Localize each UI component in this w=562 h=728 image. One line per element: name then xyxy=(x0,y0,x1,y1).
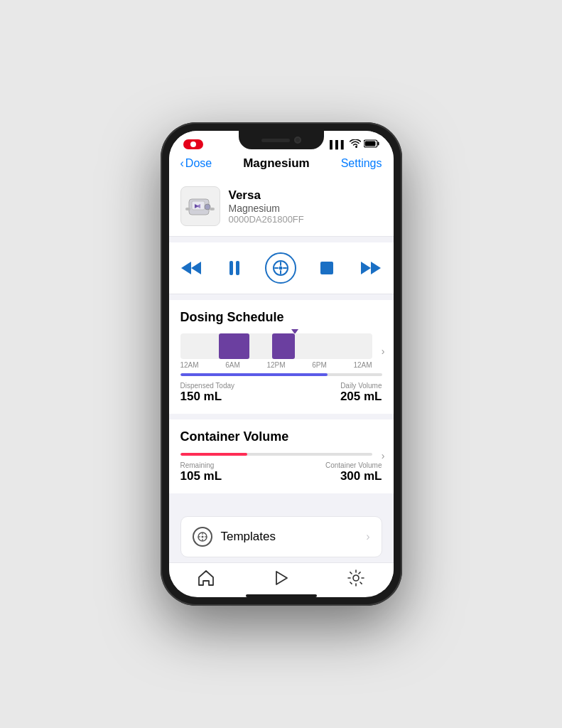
dosing-progress-fill xyxy=(180,373,328,376)
templates-row[interactable]: Templates › xyxy=(180,516,382,557)
svg-marker-8 xyxy=(191,262,201,274)
svg-rect-6 xyxy=(185,208,190,210)
schedule-label-6am: 6AM xyxy=(225,361,240,369)
compass-button[interactable] xyxy=(265,252,296,284)
device-card: Versa Magnesium 0000DA261800FF xyxy=(169,176,394,237)
container-vol-value: 300 mL xyxy=(325,469,382,483)
status-icons: ▌▌▌ xyxy=(330,139,379,149)
fast-forward-button[interactable] xyxy=(357,254,385,282)
svg-marker-19 xyxy=(361,262,371,274)
container-progress-wrap xyxy=(180,453,372,456)
schedule-label-12pm: 12PM xyxy=(266,361,285,369)
svg-rect-7 xyxy=(210,208,215,210)
container-volume-title: Container Volume xyxy=(180,429,382,444)
remaining-value: 105 mL xyxy=(180,469,222,483)
dispensed-label: Dispensed Today xyxy=(180,382,235,390)
rewind-button[interactable] xyxy=(177,254,205,282)
schedule-label-12am2: 12AM xyxy=(353,361,372,369)
settings-link[interactable]: Settings xyxy=(341,157,382,170)
dispensed-group: Dispensed Today 150 mL xyxy=(180,382,235,404)
templates-chevron-icon: › xyxy=(366,530,369,543)
schedule-label-6pm: 6PM xyxy=(312,361,327,369)
schedule-arrow-icon[interactable]: › xyxy=(382,346,385,357)
home-indicator xyxy=(246,594,317,597)
tab-play[interactable] xyxy=(271,569,290,587)
camera xyxy=(294,136,301,144)
schedule-block-1 xyxy=(219,333,249,359)
container-progress-fill xyxy=(180,453,248,456)
schedule-labels: 12AM 6AM 12PM 6PM 12AM xyxy=(180,361,372,369)
play-icon xyxy=(271,569,290,587)
home-icon xyxy=(197,569,215,587)
tab-settings[interactable] xyxy=(347,569,365,587)
svg-rect-2 xyxy=(364,141,375,146)
container-chart-wrap: › xyxy=(180,453,382,456)
dosing-schedule-section: Dosing Schedule 12AM 6AM 12PM 6PM 12AM › xyxy=(169,300,394,414)
container-vol-label: Container Volume xyxy=(325,461,382,469)
record-dot xyxy=(190,141,196,147)
pause-button[interactable] xyxy=(221,254,249,282)
main-content: Versa Magnesium 0000DA261800FF xyxy=(169,176,394,562)
schedule-chart-wrap: 12AM 6AM 12PM 6PM 12AM › xyxy=(180,333,382,369)
svg-rect-10 xyxy=(229,261,233,275)
dosing-progress-bg xyxy=(180,373,382,376)
nav-bar: ‹ Dose Magnesium Settings xyxy=(169,152,394,176)
wifi-icon xyxy=(350,139,361,149)
pump-icon xyxy=(183,189,217,223)
svg-point-5 xyxy=(205,204,210,210)
tab-bar xyxy=(169,562,394,590)
container-arrow-icon[interactable]: › xyxy=(382,450,385,461)
back-label[interactable]: Dose xyxy=(185,157,212,170)
dosing-schedule-title: Dosing Schedule xyxy=(180,310,382,325)
daily-volume-group: Daily Volume 205 mL xyxy=(340,382,382,404)
templates-icon xyxy=(193,527,212,547)
phone-screen: ▌▌▌ xyxy=(169,131,394,597)
device-image xyxy=(180,186,220,226)
spacer xyxy=(169,493,394,510)
schedule-label-12am: 12AM xyxy=(180,361,199,369)
gear-icon xyxy=(347,569,365,587)
container-volume-section: Container Volume › Remaining 105 mL xyxy=(169,419,394,493)
phone-frame: ▌▌▌ xyxy=(161,122,402,606)
status-bar: ▌▌▌ xyxy=(169,131,394,152)
device-info: Versa Magnesium 0000DA261800FF xyxy=(229,188,304,225)
daily-volume-label: Daily Volume xyxy=(340,382,382,390)
stop-button[interactable] xyxy=(313,254,341,282)
schedule-block-2 xyxy=(272,333,295,359)
tab-home[interactable] xyxy=(197,569,215,587)
svg-point-22 xyxy=(201,536,203,538)
device-id: 0000DA261800FF xyxy=(229,214,304,225)
container-vol-group: Container Volume 300 mL xyxy=(325,461,382,483)
battery-icon xyxy=(364,139,379,149)
device-subtitle: Magnesium xyxy=(229,203,304,214)
svg-point-17 xyxy=(279,267,283,270)
container-volume-row: Remaining 105 mL Container Volume 300 mL xyxy=(180,461,382,483)
svg-rect-1 xyxy=(377,142,379,146)
svg-rect-18 xyxy=(320,262,333,274)
back-chevron: ‹ xyxy=(180,157,184,170)
dosing-progress-wrap xyxy=(180,373,382,376)
svg-marker-20 xyxy=(371,262,381,274)
record-button[interactable] xyxy=(183,139,203,149)
page-title: Magnesium xyxy=(243,156,310,171)
controls-section xyxy=(169,242,394,294)
back-button[interactable]: ‹ Dose xyxy=(180,157,212,170)
schedule-bar[interactable] xyxy=(180,333,372,359)
daily-volume-value: 205 mL xyxy=(340,390,382,404)
container-progress-bg xyxy=(180,453,372,456)
templates-label: Templates xyxy=(221,530,358,544)
signal-icon: ▌▌▌ xyxy=(330,140,346,149)
remaining-label: Remaining xyxy=(180,461,222,469)
dispensed-value: 150 mL xyxy=(180,390,235,404)
speaker xyxy=(261,139,290,142)
svg-marker-9 xyxy=(181,262,191,274)
device-name: Versa xyxy=(229,188,304,203)
remaining-group: Remaining 105 mL xyxy=(180,461,222,483)
svg-rect-11 xyxy=(236,261,239,275)
notch xyxy=(239,131,324,149)
dosing-volume-row: Dispensed Today 150 mL Daily Volume 205 … xyxy=(180,382,382,404)
svg-point-27 xyxy=(353,575,359,581)
